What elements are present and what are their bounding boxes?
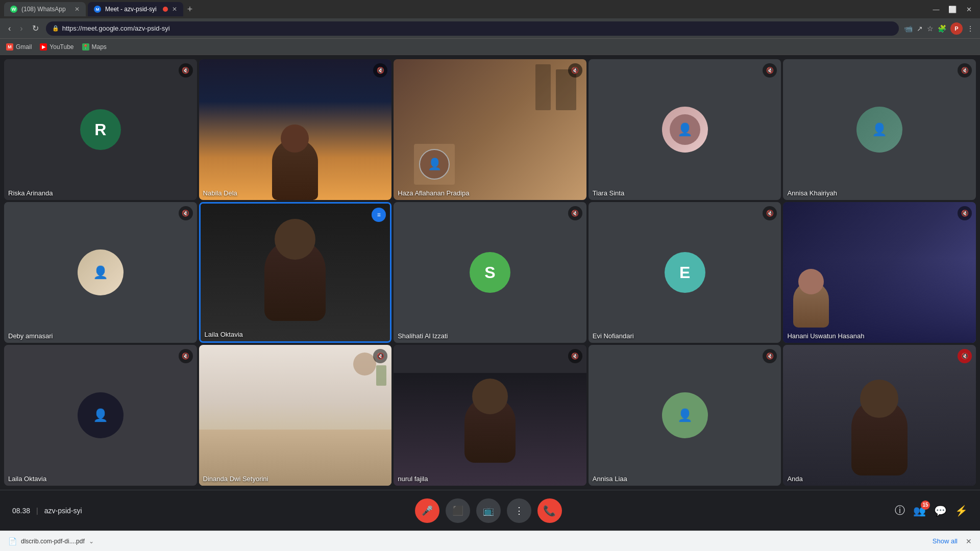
mute-icon-anda: 🔇: [958, 349, 972, 363]
name-laila-active: Laila Oktavia: [205, 331, 243, 338]
name-haza: Haza Aflahanan Pradipa: [398, 189, 469, 197]
name-laila-self: Laila Oktavia: [8, 475, 46, 483]
minimize-button[interactable]: —: [929, 2, 943, 16]
mute-button[interactable]: 🎤: [415, 498, 439, 523]
download-filename: dlscrib.com-pdf-di....pdf: [21, 538, 85, 545]
share-icon[interactable]: ↗: [917, 24, 923, 33]
meeting-code: azv-psid-syi: [44, 507, 82, 515]
participants-button[interactable]: 👥 15: [913, 505, 926, 517]
name-nabila: Nabila Dela: [203, 189, 237, 197]
name-shalihati: Shalihati Al Izzati: [398, 332, 448, 340]
tile-riska: 🔇 R Riska Arinanda: [4, 59, 197, 200]
bookmark-youtube[interactable]: ▶ YouTube: [40, 43, 74, 51]
maps-label: Maps: [92, 43, 107, 51]
plant-decor: [376, 365, 386, 386]
tile-annisa-l: 👤 🔇 Annisa Liaa: [589, 345, 781, 486]
info-icon[interactable]: ⓘ: [895, 504, 905, 517]
mute-icon-dinanda: 🔇: [373, 349, 387, 363]
close-tab-icon[interactable]: ✕: [172, 6, 177, 13]
video-grid: 🔇 R Riska Arinanda 🔇 Nabila Dela: [0, 55, 980, 490]
tile-haza: 👤 🔇 Haza Aflahanan Pradipa: [394, 59, 586, 200]
name-hanani: Hanani Uswatun Hasanah: [787, 332, 864, 340]
tab-bar-controls: — ⬜ ✕: [929, 2, 976, 16]
bookmark-icon[interactable]: ☆: [927, 24, 934, 33]
avatar-deby: 👤: [78, 249, 124, 295]
maps-icon: 📍: [82, 43, 89, 51]
cast-icon[interactable]: 📹: [904, 24, 913, 33]
close-download-icon[interactable]: ✕: [966, 537, 972, 545]
mute-icon-nurul: 🔇: [568, 349, 582, 363]
bottom-right-controls: ⓘ 👥 15 💬 ⚡: [895, 504, 968, 517]
avatar-shalihati: S: [470, 252, 510, 293]
download-right-controls: Show all ✕: [933, 537, 972, 545]
tab-whatsapp-label: (108) WhatsApp: [21, 6, 66, 13]
gmail-label: Gmail: [16, 43, 32, 51]
tab-meet[interactable]: M Meet - azv-psid-syi ✕: [88, 2, 183, 16]
tile-annisa-k: 👤 🔇 Annisa Khairiyah: [783, 59, 976, 200]
maximize-button[interactable]: ⬜: [945, 2, 960, 16]
tile-dinanda: 🔇 Dinanda Dwi Setyorini: [199, 345, 392, 486]
address-bar-right: 📹 ↗ ☆ 🧩 P ⋮: [904, 22, 974, 35]
name-nurul: nurul fajila: [398, 475, 428, 483]
profile-avatar[interactable]: P: [950, 22, 963, 35]
bookmark-gmail[interactable]: M Gmail: [6, 43, 32, 51]
new-tab-button[interactable]: +: [187, 4, 193, 15]
mute-icon-hanani: 🔇: [958, 206, 972, 220]
meet-container: 🔇 R Riska Arinanda 🔇 Nabila Dela: [0, 55, 980, 531]
tile-evi: E 🔇 Evi Nofiandari: [589, 202, 781, 343]
close-window-button[interactable]: ✕: [962, 2, 976, 16]
gmail-icon: M: [6, 43, 13, 51]
close-icon[interactable]: ✕: [75, 6, 80, 13]
avatar-riska: R: [80, 109, 121, 150]
reload-button[interactable]: ↻: [30, 21, 41, 35]
menu-icon[interactable]: ⋮: [967, 24, 974, 33]
tile-nabila: 🔇 Nabila Dela: [199, 59, 392, 200]
bookmark-maps[interactable]: 📍 Maps: [82, 43, 107, 51]
youtube-label: YouTube: [50, 43, 74, 51]
forward-button[interactable]: ›: [18, 22, 24, 35]
back-button[interactable]: ‹: [6, 22, 13, 35]
show-all-button[interactable]: Show all: [933, 537, 958, 545]
camera-button[interactable]: ⬛: [446, 498, 470, 523]
tab-whatsapp[interactable]: W (108) WhatsApp ✕: [4, 2, 86, 16]
more-options-button[interactable]: ⋮: [507, 498, 531, 523]
name-riska: Riska Arinanda: [8, 189, 53, 197]
name-evi: Evi Nofiandari: [593, 332, 634, 340]
tile-deby: 👤 🔇 Deby amnasari: [4, 202, 197, 343]
participants-count-badge: 15: [921, 500, 930, 510]
browser-chrome: W (108) WhatsApp ✕ M Meet - azv-psid-syi…: [0, 0, 980, 55]
tab-meet-label: Meet - azv-psid-syi: [105, 6, 157, 13]
mute-icon-nabila: 🔇: [373, 63, 387, 78]
download-bar: 📄 dlscrib.com-pdf-di....pdf ⌄ Show all ✕: [0, 531, 980, 551]
extensions-icon[interactable]: 🧩: [938, 24, 946, 33]
meeting-time: 08.38: [12, 507, 30, 515]
avatar-tiara: 👤: [662, 107, 708, 153]
name-annisa-l: Annisa Liaa: [593, 475, 627, 483]
avatar-annisa-l: 👤: [662, 392, 708, 438]
tile-laila-self: 👤 🔇 Laila Oktavia: [4, 345, 197, 486]
name-anda: Anda: [787, 475, 802, 483]
bottom-center-controls: 🎤 ⬛ 📺 ⋮ 📞: [415, 498, 562, 523]
bottom-left-info: 08.38 | azv-psid-syi: [12, 507, 82, 515]
avatar-laila-self: 👤: [78, 392, 124, 438]
tile-shalihati: S 🔇 Shalihati Al Izzati: [394, 202, 586, 343]
present-button[interactable]: 📺: [476, 498, 501, 523]
mute-icon-deby: 🔇: [179, 206, 193, 220]
mute-icon-laila-self: 🔇: [179, 349, 193, 363]
mute-icon-shalihati: 🔇: [568, 206, 582, 220]
avatar-evi: E: [665, 252, 705, 293]
name-tiara: Tiara Sinta: [593, 189, 624, 197]
download-chevron-icon[interactable]: ⌄: [89, 538, 94, 545]
activities-icon[interactable]: ⚡: [955, 505, 968, 517]
meet-favicon: M: [94, 6, 101, 13]
tile-bg-haza: 👤: [394, 59, 586, 200]
url-bar[interactable]: 🔒 https://meet.google.com/azv-psid-syi: [46, 21, 899, 36]
tile-hanani: 🔇 Hanani Uswatun Hasanah: [783, 202, 976, 343]
pdf-icon: 📄: [8, 537, 17, 545]
avatar-annisa-k: 👤: [856, 107, 902, 153]
leave-call-button[interactable]: 📞: [537, 498, 562, 523]
url-text: https://meet.google.com/azv-psid-syi: [62, 24, 170, 32]
chat-icon[interactable]: 💬: [934, 505, 947, 517]
tile-anda: 🔇 Anda: [783, 345, 976, 486]
download-left-info: 📄 dlscrib.com-pdf-di....pdf ⌄: [8, 537, 94, 545]
